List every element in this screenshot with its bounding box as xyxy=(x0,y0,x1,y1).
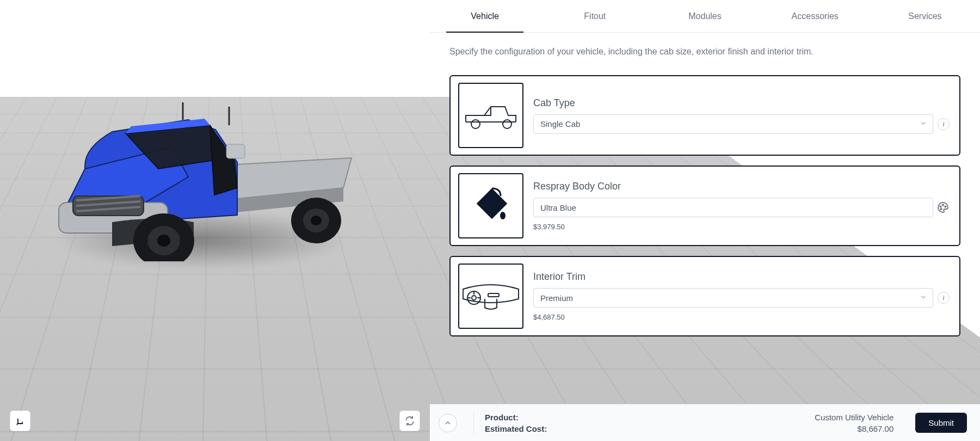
body-color-value: Ultra Blue xyxy=(540,203,576,212)
svg-point-20 xyxy=(500,212,506,219)
viewport-3d[interactable] xyxy=(0,0,430,441)
chevron-up-icon xyxy=(443,419,452,427)
tab-fitout[interactable]: Fitout xyxy=(540,0,650,32)
pickup-truck-icon xyxy=(463,99,519,132)
interior-trim-price: $4,687.50 xyxy=(533,313,933,321)
cab-type-select[interactable]: Single Cab xyxy=(533,114,933,134)
cards-container: Cab Type Single Cab i xyxy=(430,62,980,404)
card-interior-trim: Interior Trim Premium i $4,687.50 xyxy=(449,256,960,336)
svg-point-9 xyxy=(311,216,322,225)
product-label: Product: xyxy=(485,413,804,422)
svg-point-22 xyxy=(942,204,944,205)
interior-trim-selected: Premium xyxy=(540,293,573,303)
svg-point-12 xyxy=(157,235,170,247)
footer: Product: Custom Utility Vehicle Estimate… xyxy=(430,404,980,441)
submit-button[interactable]: Submit xyxy=(915,413,967,433)
divider xyxy=(473,411,474,436)
tab-description: Specify the configuration of your vehicl… xyxy=(430,33,980,62)
svg-rect-30 xyxy=(488,293,499,297)
svg-point-21 xyxy=(940,206,941,207)
tab-services[interactable]: Services xyxy=(870,0,980,32)
viewport-rotate-icon[interactable] xyxy=(399,411,420,431)
svg-rect-13 xyxy=(226,144,245,158)
svg-point-17 xyxy=(471,120,480,128)
tab-modules[interactable]: Modules xyxy=(650,0,760,32)
tab-vehicle[interactable]: Vehicle xyxy=(430,0,540,32)
body-color-input[interactable]: Ultra Blue xyxy=(533,198,933,217)
color-palette-icon[interactable] xyxy=(936,201,950,214)
info-icon[interactable]: i xyxy=(938,118,950,130)
svg-point-26 xyxy=(472,296,476,300)
chevron-down-icon xyxy=(920,119,927,128)
cab-type-selected: Single Cab xyxy=(540,119,580,128)
collapse-button[interactable] xyxy=(439,414,457,432)
card-body-color: Respray Body Color Ultra Blue xyxy=(449,166,960,246)
configurator-panel: Vehicle Fitout Modules Accessories Servi… xyxy=(430,0,980,441)
svg-point-23 xyxy=(945,206,946,207)
thumb-body-color xyxy=(458,173,523,238)
viewport-seat-icon[interactable] xyxy=(10,411,30,431)
cost-label: Estimated Cost: xyxy=(485,424,804,433)
card-title: Cab Type xyxy=(533,97,933,109)
interior-trim-select[interactable]: Premium xyxy=(533,288,933,308)
svg-point-18 xyxy=(503,120,511,128)
tabs: Vehicle Fitout Modules Accessories Servi… xyxy=(430,0,980,33)
dashboard-icon xyxy=(461,277,521,315)
card-title: Interior Trim xyxy=(533,271,933,283)
body-color-price: $3,979.50 xyxy=(533,223,933,231)
tab-accessories[interactable]: Accessories xyxy=(760,0,870,32)
paint-bucket-icon xyxy=(469,184,513,228)
chevron-down-icon xyxy=(920,293,927,303)
info-icon[interactable]: i xyxy=(938,292,950,304)
card-title: Respray Body Color xyxy=(533,181,933,192)
svg-point-24 xyxy=(940,209,941,210)
product-value: Custom Utility Vehicle xyxy=(815,413,893,422)
card-cab-type: Cab Type Single Cab i xyxy=(449,75,960,156)
truck-3d-model xyxy=(47,87,362,261)
cost-value: $8,667.00 xyxy=(815,424,893,433)
thumb-interior-trim xyxy=(458,264,523,329)
thumb-cab-type xyxy=(458,83,523,148)
